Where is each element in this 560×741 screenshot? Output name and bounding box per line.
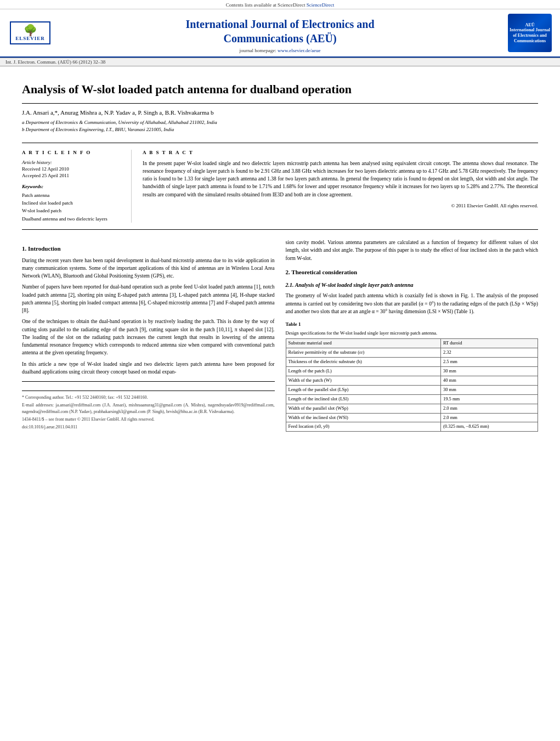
- content-area: Analysis of W-slot loaded patch antenna …: [0, 66, 560, 443]
- table-row: Length of the parallel slot (LSp)30 mm: [286, 385, 538, 394]
- citation-text: Int. J. Electron. Commun. (AEÜ) 66 (2012…: [5, 59, 105, 65]
- footnote-divider: [22, 381, 275, 382]
- keywords-label: Keywords:: [22, 184, 123, 189]
- keywords-list: Patch antenna Inclined slot loaded patch…: [22, 191, 123, 223]
- table-title: Table 1: [286, 321, 539, 329]
- page: Contents lists available at ScienceDirec…: [0, 0, 560, 741]
- journal-title-block: International Journal of Electronics and…: [55, 13, 505, 53]
- table-row: Relative permittivity of the substrate (…: [286, 348, 538, 358]
- aeu-logo-inner: AEÜInternational Journalof Electronics a…: [508, 14, 552, 52]
- article-title: Analysis of W-slot loaded patch antenna …: [22, 82, 538, 104]
- authors: J.A. Ansari a,*, Anurag Mishra a, N.P. Y…: [22, 109, 538, 116]
- table-row: Length of the patch (L)30 mm: [286, 367, 538, 376]
- copyright-notice: © 2011 Elsevier GmbH. All rights reserve…: [143, 203, 538, 208]
- affiliation-b: b Department of Electronics Engineering,…: [22, 127, 174, 132]
- corresponding-footnote: * Corresponding author. Tel.: +91 532 24…: [22, 394, 275, 400]
- journal-title: International Journal of Electronics and…: [60, 17, 500, 46]
- table-row: Substrate material usedRT duroid: [286, 339, 538, 348]
- journal-homepage: journal homepage: www.elsevier.de/aeue: [60, 48, 500, 53]
- elsevier-logo-inner: 🌳 ELSEVIER: [10, 21, 50, 44]
- abstract-label: A B S T R A C T: [143, 150, 538, 155]
- citation-bar: Int. J. Electron. Commun. (AEÜ) 66 (2012…: [0, 58, 560, 66]
- issn-footnote: 1434-8411/$ – see front matter © 2011 El…: [22, 416, 275, 422]
- table-row: Width of the inclined slot (WSl)2.0 mm: [286, 413, 538, 422]
- top-bar: Contents lists available at ScienceDirec…: [0, 0, 560, 9]
- footer: * Corresponding author. Tel.: +91 532 24…: [22, 391, 275, 430]
- table-row: Thickness of the dielectric substrate (h…: [286, 358, 538, 367]
- keyword-2: Inclined slot loaded patch: [22, 199, 123, 207]
- sciencedirect-notice: Contents lists available at ScienceDirec…: [226, 2, 306, 8]
- aeu-logo-text: AEÜInternational Journalof Electronics a…: [510, 22, 550, 43]
- table-row: Width of the parallel slot (WSp)2.0 mm: [286, 404, 538, 413]
- table-row: Length of the inclined slot (LSl)19.5 mm: [286, 394, 538, 404]
- body-left-col: 1. Introduction During the recent years …: [22, 239, 275, 432]
- email-footnote: E-mail addresses: ja.ansari@rediffmail.c…: [22, 402, 275, 414]
- affiliation-a: a Department of Electronics & Communicat…: [22, 120, 217, 125]
- article-info-label: A R T I C L E I N F O: [22, 150, 123, 155]
- abstract-text: In the present paper W-slot loaded singl…: [143, 160, 538, 199]
- affiliations: a Department of Electronics & Communicat…: [22, 119, 538, 134]
- table-row: Feed location (x0, y0)(0.325 mm, −8.625 …: [286, 422, 538, 432]
- article-info-col: A R T I C L E I N F O Article history: R…: [22, 150, 132, 223]
- body-columns: 1. Introduction During the recent years …: [22, 239, 538, 432]
- section2-title: 2. Theoretical consideration: [286, 268, 539, 277]
- intro-p2: Number of papers have been reported for …: [22, 283, 275, 314]
- elsevier-text: ELSEVIER: [15, 36, 45, 41]
- specs-table: Substrate material usedRT duroidRelative…: [286, 338, 539, 432]
- sciencedirect-link[interactable]: ScienceDirect: [307, 2, 334, 8]
- aeu-logo: AEÜInternational Journalof Electronics a…: [505, 13, 555, 53]
- subsection21-title: 2.1. Analysis of W-slot loaded single la…: [286, 281, 539, 289]
- right-col-p1: sion cavity model. Various antenna param…: [286, 239, 539, 262]
- abstract-col: A B S T R A C T In the present paper W-s…: [143, 150, 538, 223]
- table-1: Table 1 Design specifications for the W-…: [286, 321, 539, 432]
- history-label: Article history:: [22, 160, 123, 165]
- intro-p3: One of the techniques to obtain the dual…: [22, 318, 275, 357]
- doi-footnote: doi:10.1016/j.aeue.2011.04.011: [22, 424, 275, 430]
- journal-header: Contents lists available at ScienceDirec…: [0, 0, 560, 58]
- table-row: Width of the patch (W)40 mm: [286, 376, 538, 385]
- body-right-col: sion cavity model. Various antenna param…: [286, 239, 539, 432]
- header-main: 🌳 ELSEVIER International Journal of Elec…: [0, 9, 560, 56]
- received-date: Received 12 April 2010: [22, 166, 123, 172]
- article-info-abstract: A R T I C L E I N F O Article history: R…: [22, 143, 538, 230]
- journal-homepage-link[interactable]: www.elsevier.de/aeue: [278, 48, 320, 53]
- keyword-1: Patch antenna: [22, 191, 123, 199]
- elsevier-logo: 🌳 ELSEVIER: [5, 13, 55, 53]
- subsection21-p1: The geometry of W-slot loaded patch ante…: [286, 292, 539, 315]
- accepted-date: Accepted 25 April 2011: [22, 173, 123, 178]
- intro-section-title: 1. Introduction: [22, 244, 275, 253]
- table-caption: Design specifications for the W-slot loa…: [286, 330, 539, 337]
- intro-p4: In this article a new type of W-slot loa…: [22, 360, 275, 376]
- intro-p1: During the recent years there has been r…: [22, 257, 275, 280]
- keyword-4: Dualband antenna and two dielectric laye…: [22, 215, 123, 223]
- keyword-3: W-slot loaded patch: [22, 207, 123, 214]
- tree-icon: 🌳: [15, 25, 45, 36]
